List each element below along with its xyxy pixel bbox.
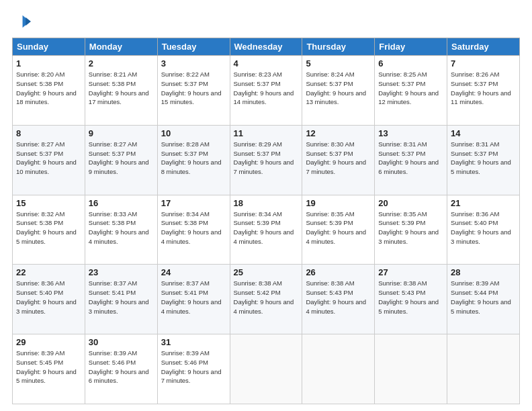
day-info: Sunrise: 8:32 AMSunset: 5:38 PMDaylight:… (16, 210, 81, 246)
calendar-body: 1Sunrise: 8:20 AMSunset: 5:38 PMDaylight… (13, 56, 520, 404)
day-info: Sunrise: 8:27 AMSunset: 5:37 PMDaylight:… (16, 140, 81, 177)
day-number: 5 (306, 58, 371, 68)
calendar-cell: 29Sunrise: 8:39 AMSunset: 5:45 PMDayligh… (13, 334, 85, 404)
day-number: 26 (306, 267, 371, 277)
day-info: Sunrise: 8:36 AMSunset: 5:40 PMDaylight:… (451, 210, 516, 246)
calendar-cell: 22Sunrise: 8:36 AMSunset: 5:40 PMDayligh… (13, 265, 85, 334)
calendar-cell: 21Sunrise: 8:36 AMSunset: 5:40 PMDayligh… (447, 195, 520, 265)
logo (12, 12, 34, 31)
calendar-cell: 2Sunrise: 8:21 AMSunset: 5:38 PMDaylight… (85, 56, 157, 126)
day-number: 6 (378, 58, 443, 68)
day-number: 9 (89, 128, 154, 138)
day-number: 13 (378, 128, 443, 138)
day-info: Sunrise: 8:30 AMSunset: 5:37 PMDaylight:… (306, 140, 371, 177)
day-info: Sunrise: 8:38 AMSunset: 5:43 PMDaylight:… (378, 279, 443, 316)
calendar-cell: 15Sunrise: 8:32 AMSunset: 5:38 PMDayligh… (13, 195, 85, 265)
calendar-cell: 13Sunrise: 8:31 AMSunset: 5:37 PMDayligh… (375, 125, 447, 195)
logo-icon (12, 12, 31, 31)
day-number: 2 (89, 58, 154, 68)
weekday-header-thursday: Thursday (302, 38, 375, 56)
day-info: Sunrise: 8:23 AMSunset: 5:37 PMDaylight:… (234, 70, 299, 107)
page: SundayMondayTuesdayWednesdayThursdayFrid… (0, 0, 532, 411)
day-info: Sunrise: 8:24 AMSunset: 5:37 PMDaylight:… (306, 70, 371, 107)
day-number: 17 (161, 198, 226, 208)
day-number: 21 (451, 198, 516, 208)
weekday-header-saturday: Saturday (447, 38, 520, 56)
calendar-cell: 11Sunrise: 8:29 AMSunset: 5:37 PMDayligh… (230, 125, 302, 195)
calendar-cell: 25Sunrise: 8:38 AMSunset: 5:42 PMDayligh… (230, 265, 302, 334)
calendar-cell: 6Sunrise: 8:25 AMSunset: 5:37 PMDaylight… (375, 56, 447, 126)
calendar-week-1: 1Sunrise: 8:20 AMSunset: 5:38 PMDaylight… (13, 56, 520, 126)
day-number: 29 (16, 337, 81, 347)
day-number: 27 (378, 267, 443, 277)
calendar-cell: 5Sunrise: 8:24 AMSunset: 5:37 PMDaylight… (302, 56, 375, 126)
calendar-cell: 4Sunrise: 8:23 AMSunset: 5:37 PMDaylight… (230, 56, 302, 126)
calendar-header-row: SundayMondayTuesdayWednesdayThursdayFrid… (13, 38, 520, 56)
calendar-cell: 18Sunrise: 8:34 AMSunset: 5:39 PMDayligh… (230, 195, 302, 265)
day-number: 12 (306, 128, 371, 138)
calendar-cell: 24Sunrise: 8:37 AMSunset: 5:41 PMDayligh… (157, 265, 230, 334)
weekday-header-monday: Monday (85, 38, 157, 56)
day-number: 4 (234, 58, 299, 68)
day-info: Sunrise: 8:27 AMSunset: 5:37 PMDaylight:… (89, 140, 154, 177)
calendar-cell: 23Sunrise: 8:37 AMSunset: 5:41 PMDayligh… (85, 265, 157, 334)
calendar-table: SundayMondayTuesdayWednesdayThursdayFrid… (12, 38, 520, 404)
day-info: Sunrise: 8:36 AMSunset: 5:40 PMDaylight:… (16, 279, 81, 316)
day-number: 23 (89, 267, 154, 277)
weekday-header-wednesday: Wednesday (230, 38, 302, 56)
day-number: 1 (16, 58, 81, 68)
day-info: Sunrise: 8:31 AMSunset: 5:37 PMDaylight:… (451, 140, 516, 177)
calendar-cell (375, 334, 447, 404)
header (12, 12, 520, 31)
day-info: Sunrise: 8:35 AMSunset: 5:39 PMDaylight:… (378, 210, 443, 246)
day-number: 19 (306, 198, 371, 208)
day-info: Sunrise: 8:22 AMSunset: 5:37 PMDaylight:… (161, 70, 226, 107)
calendar-cell: 31Sunrise: 8:39 AMSunset: 5:46 PMDayligh… (157, 334, 230, 404)
day-info: Sunrise: 8:37 AMSunset: 5:41 PMDaylight:… (89, 279, 154, 316)
day-info: Sunrise: 8:35 AMSunset: 5:39 PMDaylight:… (306, 210, 371, 246)
calendar-week-3: 15Sunrise: 8:32 AMSunset: 5:38 PMDayligh… (13, 195, 520, 265)
day-number: 16 (89, 198, 154, 208)
calendar-cell (302, 334, 375, 404)
calendar-cell: 10Sunrise: 8:28 AMSunset: 5:37 PMDayligh… (157, 125, 230, 195)
calendar-cell: 12Sunrise: 8:30 AMSunset: 5:37 PMDayligh… (302, 125, 375, 195)
day-info: Sunrise: 8:25 AMSunset: 5:37 PMDaylight:… (378, 70, 443, 107)
day-number: 30 (89, 337, 154, 347)
day-info: Sunrise: 8:33 AMSunset: 5:38 PMDaylight:… (89, 210, 154, 246)
day-number: 10 (161, 128, 226, 138)
day-info: Sunrise: 8:38 AMSunset: 5:42 PMDaylight:… (234, 279, 299, 316)
day-number: 14 (451, 128, 516, 138)
day-number: 7 (451, 58, 516, 68)
day-info: Sunrise: 8:39 AMSunset: 5:45 PMDaylight:… (16, 349, 81, 385)
day-number: 18 (234, 198, 299, 208)
day-info: Sunrise: 8:28 AMSunset: 5:37 PMDaylight:… (161, 140, 226, 177)
calendar-cell: 20Sunrise: 8:35 AMSunset: 5:39 PMDayligh… (375, 195, 447, 265)
calendar-cell: 17Sunrise: 8:34 AMSunset: 5:38 PMDayligh… (157, 195, 230, 265)
calendar-cell: 14Sunrise: 8:31 AMSunset: 5:37 PMDayligh… (447, 125, 520, 195)
calendar-cell: 16Sunrise: 8:33 AMSunset: 5:38 PMDayligh… (85, 195, 157, 265)
day-number: 3 (161, 58, 226, 68)
calendar-cell (447, 334, 520, 404)
calendar-cell: 19Sunrise: 8:35 AMSunset: 5:39 PMDayligh… (302, 195, 375, 265)
weekday-header-sunday: Sunday (13, 38, 85, 56)
day-number: 31 (161, 337, 226, 347)
day-info: Sunrise: 8:37 AMSunset: 5:41 PMDaylight:… (161, 279, 226, 316)
day-info: Sunrise: 8:34 AMSunset: 5:38 PMDaylight:… (161, 210, 226, 246)
day-number: 8 (16, 128, 81, 138)
day-info: Sunrise: 8:26 AMSunset: 5:37 PMDaylight:… (451, 70, 516, 107)
calendar-cell: 1Sunrise: 8:20 AMSunset: 5:38 PMDaylight… (13, 56, 85, 126)
calendar-cell: 30Sunrise: 8:39 AMSunset: 5:46 PMDayligh… (85, 334, 157, 404)
day-number: 28 (451, 267, 516, 277)
calendar-week-4: 22Sunrise: 8:36 AMSunset: 5:40 PMDayligh… (13, 265, 520, 334)
day-info: Sunrise: 8:29 AMSunset: 5:37 PMDaylight:… (234, 140, 299, 177)
calendar-cell: 26Sunrise: 8:38 AMSunset: 5:43 PMDayligh… (302, 265, 375, 334)
calendar-cell: 9Sunrise: 8:27 AMSunset: 5:37 PMDaylight… (85, 125, 157, 195)
day-info: Sunrise: 8:39 AMSunset: 5:46 PMDaylight:… (161, 349, 226, 385)
weekday-header-tuesday: Tuesday (157, 38, 230, 56)
calendar-cell (230, 334, 302, 404)
day-info: Sunrise: 8:39 AMSunset: 5:44 PMDaylight:… (451, 279, 516, 316)
weekday-header-friday: Friday (375, 38, 447, 56)
day-number: 25 (234, 267, 299, 277)
calendar-week-2: 8Sunrise: 8:27 AMSunset: 5:37 PMDaylight… (13, 125, 520, 195)
day-number: 24 (161, 267, 226, 277)
